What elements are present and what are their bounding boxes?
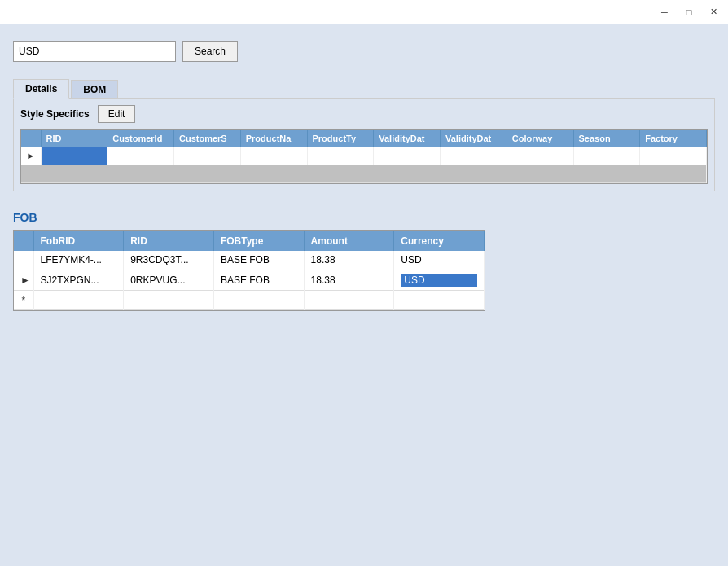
cell-factory xyxy=(640,147,707,165)
fob-row1-amount: 18.38 xyxy=(304,251,394,270)
cell-validitydat2 xyxy=(441,147,507,165)
fob-table-wrapper: FobRID RID FOBType Amount Currency LFE7Y… xyxy=(13,230,485,312)
cell-validitydat1 xyxy=(374,147,441,165)
fob-row-new-amount xyxy=(304,291,394,310)
fob-row1-fobrid: LFE7YMK4-... xyxy=(33,251,124,270)
fob-row-new-fobrid xyxy=(33,291,124,310)
cell-customers xyxy=(174,147,241,165)
fob-table-row-2[interactable]: ► SJ2TXPGN... 0RKPVUG... BASE FOB 18.38 … xyxy=(14,270,485,291)
fob-currency-selected-badge: USD xyxy=(401,274,477,287)
fob-row2-amount: 18.38 xyxy=(304,270,394,291)
style-specifics-row: Style Specifics Edit xyxy=(20,105,708,123)
fob-row2-indicator: ► xyxy=(14,270,33,291)
fob-row2-rid: 0RKPVUG... xyxy=(124,270,214,291)
tab-bom[interactable]: BOM xyxy=(71,80,118,99)
tab-details[interactable]: Details xyxy=(13,79,69,99)
fob-row-new-indicator: * xyxy=(14,291,33,310)
search-button[interactable]: Search xyxy=(182,41,238,62)
fob-col-indicator xyxy=(14,231,33,251)
col-season: Season xyxy=(573,130,640,147)
cell-colorway xyxy=(507,147,573,165)
details-table-wrapper: RID CustomerId CustomerS ProductNa Produ… xyxy=(20,129,708,184)
col-customerid: CustomerId xyxy=(107,130,174,147)
fob-row1-rid: 9R3CDQ3T... xyxy=(124,251,214,270)
fob-row2-currency: USD xyxy=(394,270,485,291)
col-indicator xyxy=(21,130,41,147)
tabs: Details BOM xyxy=(13,78,715,98)
title-bar: ─ □ ✕ xyxy=(0,0,728,24)
fob-table-header: FobRID RID FOBType Amount Currency xyxy=(14,231,485,251)
cell-rid xyxy=(41,147,107,165)
col-productty: ProductTy xyxy=(307,130,374,147)
fob-table-row-1[interactable]: LFE7YMK4-... 9R3CDQ3T... BASE FOB 18.38 … xyxy=(14,251,485,270)
col-colorway: Colorway xyxy=(507,130,573,147)
close-button[interactable]: ✕ xyxy=(702,4,725,20)
fob-col-amount: Amount xyxy=(304,231,394,251)
style-specifics-label: Style Specifics xyxy=(20,108,90,120)
cell-productna xyxy=(240,147,307,165)
fob-col-fobrid: FobRID xyxy=(33,231,124,251)
table-row-empty1 xyxy=(21,165,707,182)
minimize-button[interactable]: ─ xyxy=(653,4,676,20)
edit-button[interactable]: Edit xyxy=(98,105,136,123)
fob-row-new-fobtype xyxy=(213,291,304,310)
row-indicator: ► xyxy=(21,147,41,165)
fob-table: FobRID RID FOBType Amount Currency LFE7Y… xyxy=(14,231,485,311)
fob-col-currency: Currency xyxy=(394,231,485,251)
col-productna: ProductNa xyxy=(240,130,307,147)
fob-row1-fobtype: BASE FOB xyxy=(213,251,304,270)
fob-row-new-currency xyxy=(394,291,485,310)
tab-panel-details: Style Specifics Edit RID CustomerId Cust… xyxy=(13,98,715,191)
main-content: Search Details BOM Style Specifics Edit … xyxy=(0,24,728,566)
fob-col-fobtype: FOBType xyxy=(213,231,304,251)
col-customers: CustomerS xyxy=(174,130,241,147)
details-table: RID CustomerId CustomerS ProductNa Produ… xyxy=(21,130,707,183)
cell-customerid xyxy=(107,147,174,165)
col-rid: RID xyxy=(41,130,107,147)
fob-table-row-new[interactable]: * xyxy=(14,291,485,310)
col-factory: Factory xyxy=(640,130,707,147)
fob-title: FOB xyxy=(13,211,715,224)
fob-row2-fobrid: SJ2TXPGN... xyxy=(33,270,124,291)
fob-row1-indicator xyxy=(14,251,33,270)
search-input[interactable] xyxy=(13,41,176,62)
col-validitydat2: ValidityDat xyxy=(441,130,507,147)
fob-section: FOB FobRID RID FOBType Amount Currency xyxy=(13,211,715,312)
table-row[interactable]: ► xyxy=(21,147,707,165)
search-row: Search xyxy=(13,41,715,62)
fob-col-rid: RID xyxy=(124,231,214,251)
details-table-header: RID CustomerId CustomerS ProductNa Produ… xyxy=(21,130,707,147)
maximize-button[interactable]: □ xyxy=(678,4,700,20)
fob-row-new-rid xyxy=(124,291,214,310)
fob-row2-fobtype: BASE FOB xyxy=(213,270,304,291)
fob-row1-currency: USD xyxy=(394,251,485,270)
col-validitydat1: ValidityDat xyxy=(374,130,441,147)
cell-season xyxy=(573,147,640,165)
cell-productty xyxy=(307,147,374,165)
